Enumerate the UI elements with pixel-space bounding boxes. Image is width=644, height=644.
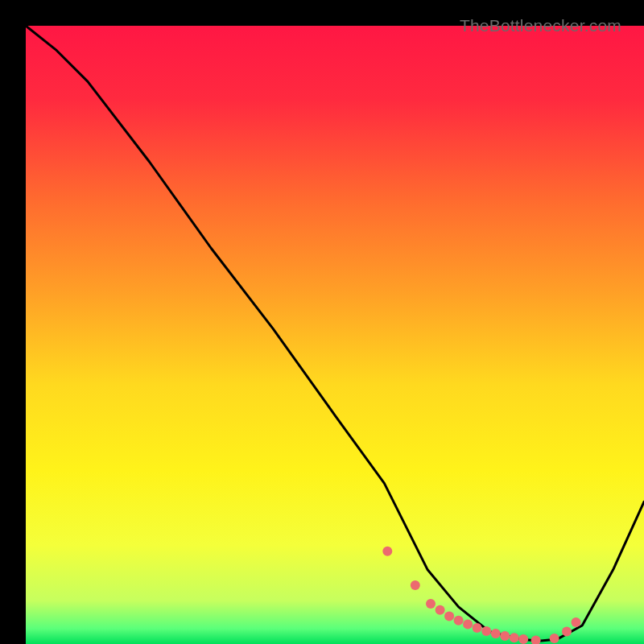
watermark-text: TheBottlenecker.com bbox=[460, 16, 621, 35]
curve-marker bbox=[491, 629, 501, 638]
curve-marker bbox=[481, 626, 491, 636]
curve-marker bbox=[500, 631, 510, 641]
curve-marker bbox=[454, 616, 464, 625]
curve-marker bbox=[550, 634, 559, 643]
curve-marker bbox=[473, 623, 482, 633]
curve-marker bbox=[518, 634, 528, 644]
curve-marker bbox=[426, 599, 436, 609]
curve-marker bbox=[411, 580, 420, 590]
chart-background bbox=[26, 26, 644, 644]
curve-marker bbox=[436, 605, 445, 615]
curve-marker bbox=[463, 619, 473, 629]
curve-marker bbox=[510, 633, 519, 642]
chart-frame: TheBottlenecker.com bbox=[13, 13, 631, 631]
curve-marker bbox=[382, 547, 392, 556]
curve-marker bbox=[562, 627, 572, 637]
curve-marker bbox=[444, 611, 454, 621]
curve-marker bbox=[572, 617, 581, 627]
chart-svg bbox=[26, 26, 644, 644]
